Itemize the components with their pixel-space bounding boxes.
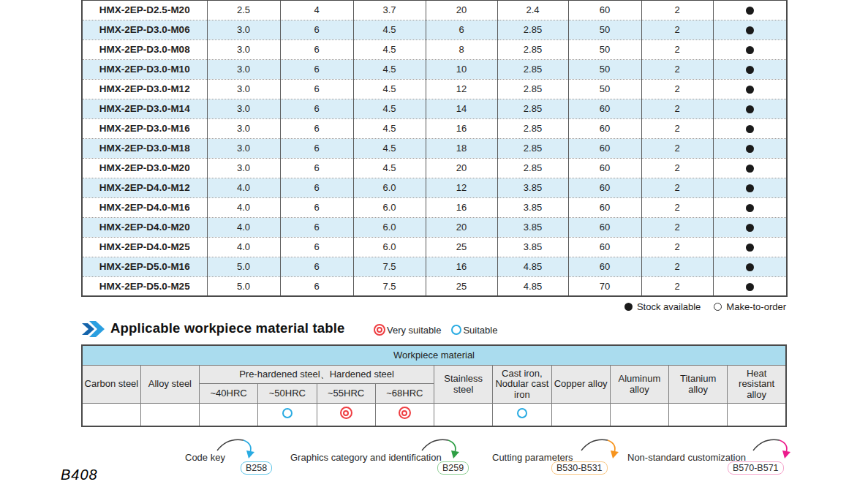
col-header-copper-alloy: Copper alloy xyxy=(551,366,610,404)
workpiece-header-row: Carbon steel Alloy steel Pre-hardened st… xyxy=(82,366,786,384)
section-header: Applicable workpiece material table xyxy=(82,320,105,339)
model-cell: HMX-2EP-D3.0-M10 xyxy=(82,59,207,79)
page-number: B408 xyxy=(61,467,98,483)
spec-cell: 6 xyxy=(280,118,353,138)
rating-cell xyxy=(493,404,551,426)
make-to-order-icon xyxy=(714,303,722,311)
suitable-icon xyxy=(451,325,461,335)
stock-cell xyxy=(713,197,787,217)
col-header-68hrc: ~68HRC xyxy=(375,384,434,404)
spec-cell: 3.7 xyxy=(353,0,426,20)
spec-cell: 2.85 xyxy=(497,99,568,118)
spec-table: HMX-2EP-D2.5-M202.543.7202.4602HMX-2EP-D… xyxy=(81,0,786,297)
very-suitable-icon xyxy=(399,407,411,419)
spec-cell: 3.0 xyxy=(207,79,280,99)
spec-cell: 60 xyxy=(568,99,641,118)
spec-cell: 6 xyxy=(280,39,353,59)
spec-cell: 2.85 xyxy=(497,138,568,158)
stock-available-icon xyxy=(746,7,754,15)
spec-cell: 2.85 xyxy=(497,158,568,178)
spec-row: HMX-2EP-D3.0-M083.064.582.85502 xyxy=(82,39,787,59)
model-cell: HMX-2EP-D5.0-M25 xyxy=(82,276,207,296)
col-header-heat-resistant-alloy: Heat resistant alloy xyxy=(728,366,786,404)
rating-cell xyxy=(140,404,199,426)
spec-cell: 2.85 xyxy=(497,79,568,99)
spec-cell: 2 xyxy=(641,79,713,99)
spec-cell: 3.0 xyxy=(207,20,280,39)
stock-available-icon xyxy=(746,125,754,133)
spec-cell: 6 xyxy=(280,257,353,276)
spec-cell: 50 xyxy=(568,79,641,99)
model-cell: HMX-2EP-D3.0-M20 xyxy=(82,158,207,178)
workpiece-ratings-row xyxy=(82,404,786,426)
spec-cell: 2 xyxy=(641,59,713,79)
suitability-legend: Very suitable Suitable xyxy=(374,324,497,336)
rating-cell xyxy=(551,404,610,426)
spec-cell: 6 xyxy=(280,59,353,79)
spec-cell: 2 xyxy=(641,217,713,237)
rating-cell xyxy=(434,404,493,426)
rating-cell xyxy=(669,404,728,426)
annotation-label: Graphics category and identification xyxy=(290,452,442,463)
spec-cell: 6.0 xyxy=(353,178,426,197)
spec-row: HMX-2EP-D3.0-M063.064.562.85502 xyxy=(82,20,787,39)
rating-cell xyxy=(317,404,375,426)
spec-row: HMX-2EP-D3.0-M163.064.5162.85602 xyxy=(82,118,787,138)
spec-row: HMX-2EP-D4.0-M164.066.0163.85602 xyxy=(82,197,787,217)
spec-cell: 5.0 xyxy=(207,276,280,296)
spec-cell: 70 xyxy=(568,276,641,296)
spec-row: HMX-2EP-D2.5-M202.543.7202.4602 xyxy=(82,0,787,20)
stock-available-icon xyxy=(746,204,754,212)
spec-cell: 6.0 xyxy=(353,217,426,237)
spec-cell: 12 xyxy=(426,79,497,99)
spec-cell: 14 xyxy=(426,99,497,118)
spec-cell: 16 xyxy=(426,197,497,217)
spec-cell: 2 xyxy=(641,39,713,59)
stock-cell xyxy=(713,59,787,79)
spec-cell: 2 xyxy=(641,257,713,276)
stock-available-icon xyxy=(746,145,754,153)
stock-cell xyxy=(713,118,787,138)
spec-cell: 25 xyxy=(426,276,497,296)
spec-cell: 20 xyxy=(426,217,497,237)
spec-cell: 4.5 xyxy=(353,158,426,178)
stock-cell xyxy=(713,20,787,39)
spec-cell: 2 xyxy=(641,99,713,118)
stock-available-legend: Stock available xyxy=(624,301,701,312)
spec-cell: 50 xyxy=(568,59,641,79)
stock-available-icon xyxy=(746,224,754,232)
spec-cell: 4.85 xyxy=(497,257,568,276)
spec-cell: 3.85 xyxy=(497,217,568,237)
stock-cell xyxy=(713,0,787,20)
col-header-alloy-steel: Alloy steel xyxy=(140,366,199,404)
spec-cell: 6 xyxy=(280,20,353,39)
spec-cell: 60 xyxy=(568,197,641,217)
model-cell: HMX-2EP-D4.0-M25 xyxy=(82,237,207,257)
catalog-page: HMX-2EP-D2.5-M202.543.7202.4602HMX-2EP-D… xyxy=(0,0,868,498)
spec-cell: 4.5 xyxy=(353,138,426,158)
spec-cell: 60 xyxy=(568,0,641,20)
spec-cell: 4.5 xyxy=(353,79,426,99)
workpiece-band-row: Workpiece material xyxy=(82,345,786,366)
spec-cell: 60 xyxy=(568,158,641,178)
spec-cell: 60 xyxy=(568,118,641,138)
rating-cell xyxy=(200,404,258,426)
suitable-label: Suitable xyxy=(463,325,497,336)
suitable-legend: Suitable xyxy=(451,325,497,336)
col-header-55hrc: ~55HRC xyxy=(317,384,375,404)
stock-available-icon xyxy=(746,283,754,291)
stock-cell xyxy=(713,237,787,257)
spec-cell: 4.0 xyxy=(207,237,280,257)
stock-available-icon xyxy=(746,263,754,271)
spec-row: HMX-2EP-D5.0-M255.067.5254.85702 xyxy=(82,276,787,296)
stock-available-icon xyxy=(746,244,754,252)
stock-available-icon xyxy=(624,303,633,311)
annotation-code-key: Code key B258 xyxy=(176,436,278,477)
model-cell: HMX-2EP-D4.0-M16 xyxy=(82,197,207,217)
spec-row: HMX-2EP-D3.0-M183.064.5182.85602 xyxy=(82,138,787,158)
spec-cell: 50 xyxy=(568,20,641,39)
spec-cell: 4.85 xyxy=(497,276,568,296)
spec-cell: 60 xyxy=(568,257,641,276)
spec-cell: 4.0 xyxy=(207,178,280,197)
stock-available-icon xyxy=(746,26,754,34)
